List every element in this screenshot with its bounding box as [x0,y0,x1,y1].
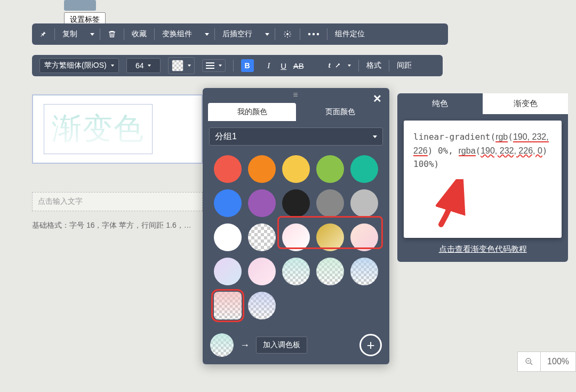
zoom-out-button[interactable] [517,351,541,372]
transform-dropdown[interactable] [199,23,214,45]
gradient-swatch-grid [209,223,383,319]
align-picker[interactable] [202,55,233,76]
tab-gradient-color[interactable]: 渐变色 [483,93,568,114]
swatch-solid-0[interactable] [214,155,242,183]
svg-point-1 [308,33,310,35]
swatch-grad-pink[interactable] [282,223,310,251]
svg-point-0 [287,34,289,35]
group-select[interactable]: 分组1 [209,127,383,146]
swatch-solid-5[interactable] [214,189,242,217]
text-input-placeholder[interactable]: 点击输入文字 [32,192,203,211]
gradient-code-panel: 纯色 渐变色 linear-gradient(rgb(190, 232, 226… [397,93,568,262]
svg-point-2 [313,33,315,35]
spacing-button[interactable]: 间距 [389,55,419,76]
tutorial-link[interactable]: 点击查看渐变色代码教程 [397,244,568,254]
text-effect-button[interactable]: t [321,55,358,76]
swatch-solid-8[interactable] [316,189,344,217]
text-toolbar: 苹方繁细体(限iOS) 64 B I U AB t 格式 间距 [32,55,443,76]
copy-dropdown[interactable] [85,23,100,45]
italic-button[interactable]: I [261,55,276,76]
insert-blank-button[interactable]: 后插空行 [215,23,260,45]
format-button[interactable]: 格式 [359,55,389,76]
swatch-grad-peach[interactable] [350,223,378,251]
swatch-grad-teal-fade[interactable] [282,258,310,285]
svg-point-3 [317,33,319,35]
swatch-grad-indigo-fade[interactable] [248,292,276,319]
more-icon[interactable] [300,23,327,45]
font-select[interactable]: 苹方繁细体(限iOS) [32,55,126,76]
format-meta: 基础格式：字号 16，字体 苹方，行间距 1.6，… [32,221,191,230]
magic-icon[interactable] [275,23,300,45]
tab-my-colors[interactable]: 我的颜色 [208,103,296,121]
strikethrough-button[interactable]: AB [291,55,306,76]
swatch-grad-green-fade[interactable] [316,258,344,285]
swatch-transparent[interactable] [248,223,276,251]
zoom-value[interactable]: 100% [541,351,576,372]
component-toolbar: 复制 收藏 变换组件 后插空行 组件定位 [32,23,448,45]
bold-button[interactable]: B [234,55,261,76]
arrow-right-icon: → [240,340,250,351]
swatch-grad-lilac[interactable] [214,258,242,285]
font-size-input[interactable]: 64 [126,55,168,76]
locate-button[interactable]: 组件定位 [327,23,372,45]
close-icon[interactable]: ✕ [373,92,382,105]
swatch-white[interactable] [214,223,242,251]
zoom-controls: 100% [517,351,576,372]
underline-button[interactable]: U [276,55,291,76]
copy-button[interactable]: 复制 [55,23,85,45]
swatch-grad-rose[interactable] [248,258,276,285]
tag-chip [64,0,96,11]
swatch-solid-6[interactable] [248,189,276,217]
add-palette-button[interactable]: 加入调色板 [256,337,307,354]
svg-line-8 [530,363,532,365]
tab-solid-color[interactable]: 纯色 [397,93,483,114]
gradient-code-text: linear-gradient(rgb(190, 232, 226) 0%, r… [413,130,552,171]
insert-blank-dropdown[interactable] [260,23,275,45]
clear-format-button[interactable] [306,55,321,76]
collect-button[interactable]: 收藏 [124,23,154,45]
swatch-grad-blue-fade[interactable] [350,258,378,285]
gradient-text: 渐变色 [52,111,145,145]
gradient-code-box[interactable]: linear-gradient(rgb(190, 232, 226) 0%, r… [404,121,562,238]
swatch-solid-1[interactable] [248,155,276,183]
swatch-solid-9[interactable] [350,189,378,217]
swatch-solid-4[interactable] [350,155,378,183]
swatch-solid-7[interactable] [282,189,310,217]
swatch-solid-3[interactable] [316,155,344,183]
pin-icon[interactable] [32,23,54,45]
add-color-button[interactable]: + [359,334,382,356]
current-color-preview [210,333,234,357]
transform-button[interactable]: 变换组件 [155,23,199,45]
swatch-solid-2[interactable] [282,155,310,183]
swatch-grad-red-fade[interactable] [214,292,242,319]
annotation-arrow-icon [436,179,473,227]
text-component[interactable]: 渐变色 [32,94,203,164]
delete-button[interactable] [100,23,124,45]
color-picker-panel: ≡ ✕ 我的颜色 页面颜色 分组1 → 加入调色板 + [203,88,389,364]
text-color-picker[interactable] [168,55,202,76]
swatch-grad-gold[interactable] [316,223,344,251]
tab-page-colors[interactable]: 页面颜色 [296,103,384,121]
drag-handle-icon[interactable]: ≡ [203,88,389,100]
